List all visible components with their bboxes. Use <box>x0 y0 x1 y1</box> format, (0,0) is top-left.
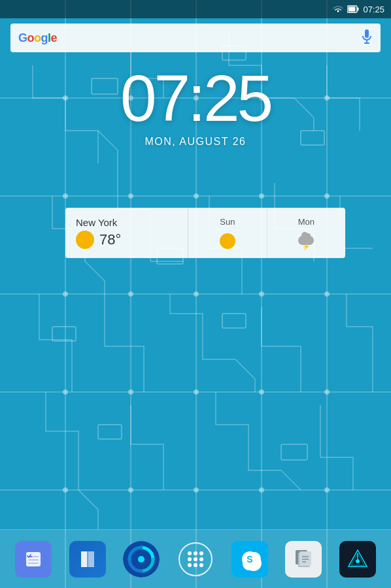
status-bar: 07:25 <box>0 0 391 18</box>
weather-temp-row: 78° <box>76 231 177 249</box>
svg-point-18 <box>194 193 199 199</box>
weather-day-sun: Sun <box>188 208 267 258</box>
status-icons: 07:25 <box>333 5 384 14</box>
svg-point-17 <box>128 193 133 199</box>
weather-main: New York 78° <box>65 208 188 258</box>
clock-date: MON, AUGUST 26 <box>145 136 246 148</box>
svg-rect-47 <box>365 29 369 38</box>
svg-point-62 <box>188 557 192 561</box>
svg-point-16 <box>63 193 68 199</box>
svg-point-59 <box>188 551 192 555</box>
lightning-icon: ⚡ <box>302 243 310 250</box>
wifi-icon <box>333 5 343 13</box>
svg-point-77 <box>356 559 360 563</box>
svg-point-57 <box>138 556 144 563</box>
svg-point-27 <box>128 389 133 395</box>
weather-storm-icon: ⚡ <box>297 233 315 248</box>
weather-temp: 78° <box>99 231 121 248</box>
svg-point-31 <box>63 487 68 493</box>
svg-point-66 <box>194 563 197 567</box>
dock-app-ingress[interactable] <box>339 541 376 578</box>
weather-day-mon-label: Mon <box>298 217 314 227</box>
svg-point-32 <box>128 487 133 493</box>
svg-point-65 <box>188 563 192 567</box>
svg-point-60 <box>194 551 197 555</box>
mic-icon[interactable] <box>361 29 373 47</box>
svg-point-24 <box>259 291 264 297</box>
svg-rect-46 <box>348 7 356 12</box>
svg-text:S: S <box>246 554 252 564</box>
weather-city: New York <box>76 217 177 228</box>
search-bar[interactable]: Google <box>10 24 381 52</box>
svg-point-61 <box>199 551 203 555</box>
svg-point-20 <box>324 193 330 199</box>
dock-app-circle[interactable] <box>123 541 160 578</box>
svg-point-21 <box>63 291 68 297</box>
svg-point-34 <box>259 487 264 493</box>
svg-point-26 <box>63 389 68 395</box>
battery-icon <box>347 5 359 13</box>
weather-day-mon: Mon ⚡ <box>267 208 345 258</box>
svg-rect-71 <box>299 551 311 566</box>
weather-sun-small-icon <box>220 233 235 249</box>
svg-point-30 <box>324 389 330 395</box>
svg-point-63 <box>194 557 197 561</box>
dock-app-tasks[interactable] <box>15 541 52 578</box>
dock-app-files[interactable] <box>285 541 322 578</box>
dock-app-skype[interactable]: S <box>231 541 268 578</box>
clock-time: 07:25 <box>120 65 271 131</box>
svg-point-22 <box>128 291 133 297</box>
google-logo: Google <box>18 31 57 45</box>
svg-point-29 <box>259 389 264 395</box>
svg-point-28 <box>194 389 199 395</box>
svg-rect-45 <box>358 8 359 11</box>
svg-point-35 <box>324 487 330 493</box>
svg-point-23 <box>194 291 199 297</box>
weather-day-sun-label: Sun <box>220 217 235 227</box>
weather-widget[interactable]: New York 78° Sun Mon ⚡ <box>65 208 345 258</box>
svg-point-25 <box>324 291 330 297</box>
svg-point-64 <box>199 557 203 561</box>
status-time: 07:25 <box>363 5 384 14</box>
svg-point-67 <box>199 563 203 567</box>
clock-container: 07:25 MON, AUGUST 26 <box>0 65 391 148</box>
svg-point-33 <box>194 487 199 493</box>
dock-app-grid[interactable] <box>177 541 214 578</box>
svg-point-19 <box>259 193 264 199</box>
weather-sun-icon <box>76 231 94 249</box>
dock-app-book[interactable] <box>69 541 106 578</box>
dock: S <box>0 529 391 588</box>
